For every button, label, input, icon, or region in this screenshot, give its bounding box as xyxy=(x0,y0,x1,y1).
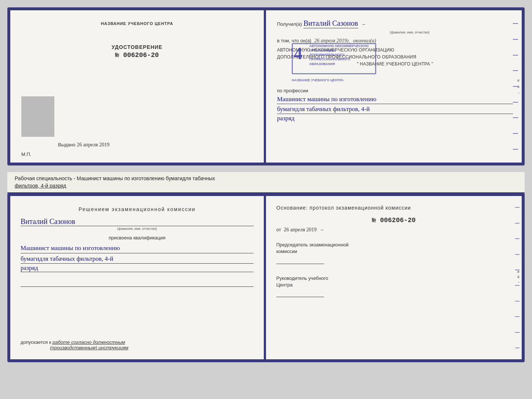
br-deco-line xyxy=(515,223,520,224)
middle-main-text: Рабочая специальность - Машинист машины … xyxy=(15,175,215,181)
deco-line xyxy=(513,55,518,56)
deco-line xyxy=(513,70,518,71)
edge-letter-a: а xyxy=(517,85,521,89)
bottom-edge-letters: и а ← xyxy=(517,270,521,284)
br-deco-line xyxy=(515,332,520,333)
edge-arrow2: ← xyxy=(517,280,521,284)
deco-line xyxy=(513,149,518,150)
bottom-right-panel: Основание: протокол экзаменационной коми… xyxy=(266,196,522,359)
rukovoditel-signature-line xyxy=(276,291,324,297)
predsedatel-block: Председатель экзаменационной комиссии xyxy=(276,242,511,264)
issued-label: Выдано 26 апреля 2019 xyxy=(58,142,109,147)
decision-title: Решением экзаменационной комиссии xyxy=(21,206,254,212)
qual-line1: Машинист машины по изготовлению xyxy=(21,243,254,253)
vydano-date: 26 апреля 2019 xyxy=(77,142,109,147)
certificate-doc-block: УДОСТОВЕРЕНИЕ № 006206-20 xyxy=(21,44,253,59)
page-background: НАЗВАНИЕ УЧЕБНОГО ЦЕНТРА УДОСТОВЕРЕНИЕ №… xyxy=(0,0,532,399)
top-left-panel: НАЗВАНИЕ УЧЕБНОГО ЦЕНТРА УДОСТОВЕРЕНИЕ №… xyxy=(10,10,266,163)
edge-letter-labels: и а ← xyxy=(517,78,521,95)
deco-line xyxy=(513,23,518,24)
received-line: Получил(а) Виталий Сазонов – xyxy=(277,19,513,28)
middle-underlined-text: фильтров, 4-й разряд xyxy=(15,183,66,189)
dopuskaetsya-value2: (производственным) инструкциям xyxy=(50,345,129,350)
doc-type-label: УДОСТОВЕРЕНИЕ xyxy=(21,44,253,50)
qual-line2: бумагидля табачных фильтров, 4-й xyxy=(21,254,254,264)
bottom-left-panel: Решением экзаменационной комиссии Витали… xyxy=(10,196,266,359)
dopuskaetsya-label: допускается к xyxy=(21,339,51,345)
br-deco-line xyxy=(515,316,520,317)
protocol-number: № 006206-20 xyxy=(276,217,511,224)
deco-line xyxy=(513,102,518,103)
br-deco-line xyxy=(515,285,520,286)
dopuskaetsya-value: работе согласно должностным xyxy=(53,339,125,345)
institution-title-block: НАЗВАНИЕ УЧЕБНОГО ЦЕНТРА xyxy=(21,21,253,26)
br-deco-line xyxy=(515,238,520,239)
profession-razryad: разряд xyxy=(277,115,513,122)
predsedatel-label: Председатель экзаменационной xyxy=(276,242,511,248)
br-deco-line xyxy=(515,301,520,302)
mp-label: М.П. xyxy=(21,152,31,157)
photo-placeholder xyxy=(21,96,54,137)
prisvoena-label: присвоена квалификация xyxy=(21,235,254,241)
issued-line: Выдано 26 апреля 2019 xyxy=(58,142,109,148)
osnovaniye-label: Основание: протокол экзаменационной коми… xyxy=(276,205,511,211)
stamp-label-center: НАЗВАНИЕ УЧЕБНОГО ЦЕНТРА xyxy=(292,78,344,82)
decision-name-hint: (фамилия, имя, отчество) xyxy=(21,227,254,231)
institution-label: НАЗВАНИЕ УЧЕБНОГО ЦЕНТРА xyxy=(21,21,253,26)
blank-line-1 xyxy=(21,279,254,287)
edge-letter-i: и xyxy=(517,78,521,82)
name-hint-top: (фамилия, имя, отчество) xyxy=(306,31,513,34)
poluchil-label: Получил(а) xyxy=(277,21,302,27)
po-professii-label: по профессии xyxy=(277,88,513,93)
deco-line xyxy=(513,39,518,40)
profession-line1: Машинист машины по изготовлению xyxy=(277,95,513,104)
ot-dash: – xyxy=(321,227,323,232)
dash: – xyxy=(363,21,365,27)
edge-letter-i2: и xyxy=(517,270,521,274)
stamp-4: 4 xyxy=(294,44,302,63)
rukovoditel-line1: Руководитель учебного xyxy=(276,275,511,282)
bottom-certificate-booklet: Решением экзаменационной комиссии Витали… xyxy=(7,193,525,362)
recipient-name: Виталий Сазонов xyxy=(303,19,358,28)
middle-text-block: Рабочая специальность - Машинист машины … xyxy=(7,172,525,193)
br-deco-line xyxy=(515,254,520,255)
doc-number: № 006206-20 xyxy=(21,51,253,59)
predsedatel-signature-line xyxy=(276,258,324,264)
top-certificate-booklet: НАЗВАНИЕ УЧЕБНОГО ЦЕНТРА УДОСТОВЕРЕНИЕ №… xyxy=(7,7,525,165)
ot-date-value: 26 апреля 2019 xyxy=(284,227,317,232)
rukovoditel-block: Руководитель учебного Центра xyxy=(276,275,511,297)
vydano-label: Выдано xyxy=(58,142,75,147)
dopuskaetsya-block: допускается к работе согласно должностны… xyxy=(21,339,129,350)
edge-arrow: ← xyxy=(517,91,521,95)
top-right-panel: Получил(а) Виталий Сазонов – (фамилия, и… xyxy=(266,10,522,163)
br-deco-line xyxy=(515,348,520,348)
ot-date-line: от 26 апреля 2019 – xyxy=(276,227,511,233)
br-deco-line xyxy=(515,207,520,208)
rukovoditel-line2: Центра xyxy=(276,282,511,288)
stamp-text: АВТОНОМНУЮ НЕКОММЕРЧЕСКУЮ ОРГАНИЗАЦИЮ ДО… xyxy=(309,44,374,66)
edge-letter-a2: а xyxy=(517,275,521,279)
deco-line xyxy=(513,133,518,134)
ot-label: от xyxy=(276,227,281,232)
qual-line3: разряд xyxy=(21,264,254,272)
profession-line2: бумагидля табачных фильтров, 4-й xyxy=(277,105,513,114)
stamp-block: АВТОНОМНУЮ НЕКОММЕРЧЕСКУЮ ОРГАНИЗАЦИЮ ДО… xyxy=(277,47,513,83)
komissii-label: комиссии xyxy=(276,248,511,255)
decision-name: Виталий Сазонов xyxy=(21,217,254,226)
deco-line xyxy=(513,117,518,118)
vtom-label: в том, что он(а) xyxy=(277,38,311,43)
